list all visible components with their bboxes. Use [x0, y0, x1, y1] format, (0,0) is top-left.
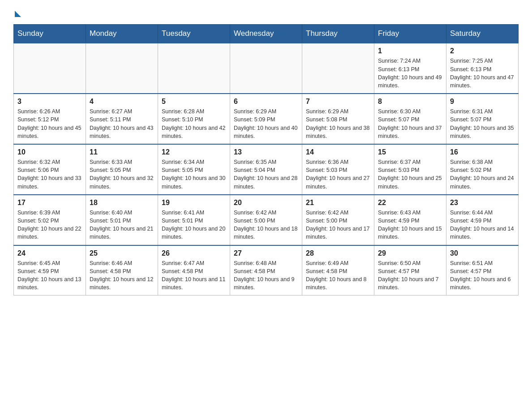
day-info: Sunrise: 6:32 AMSunset: 5:06 PMDaylight:… [17, 158, 82, 191]
calendar-cell: 27Sunrise: 6:48 AMSunset: 4:58 PMDayligh… [230, 245, 302, 295]
day-info: Sunrise: 6:38 AMSunset: 5:02 PMDaylight:… [450, 158, 515, 191]
weekday-header-sunday: Sunday [14, 25, 86, 43]
day-info: Sunrise: 6:47 AMSunset: 4:58 PMDaylight:… [162, 259, 226, 292]
day-number: 22 [378, 198, 442, 208]
weekday-header-wednesday: Wednesday [230, 25, 302, 43]
calendar-cell [230, 43, 302, 94]
calendar-cell: 18Sunrise: 6:40 AMSunset: 5:01 PMDayligh… [86, 195, 158, 245]
day-number: 18 [90, 198, 154, 208]
day-number: 29 [378, 248, 442, 258]
weekday-header-saturday: Saturday [446, 25, 519, 43]
day-number: 23 [450, 198, 515, 208]
day-number: 3 [17, 97, 82, 107]
day-number: 4 [90, 97, 154, 107]
day-number: 2 [450, 46, 515, 56]
day-info: Sunrise: 6:28 AMSunset: 5:10 PMDaylight:… [162, 107, 226, 140]
calendar-cell [302, 43, 374, 94]
day-number: 26 [162, 248, 226, 258]
day-number: 1 [378, 46, 442, 56]
calendar-cell: 24Sunrise: 6:45 AMSunset: 4:59 PMDayligh… [14, 245, 86, 295]
day-number: 5 [162, 97, 226, 107]
calendar-cell: 26Sunrise: 6:47 AMSunset: 4:58 PMDayligh… [158, 245, 230, 295]
day-info: Sunrise: 6:36 AMSunset: 5:03 PMDaylight:… [306, 158, 370, 191]
day-number: 17 [17, 198, 82, 208]
day-info: Sunrise: 6:31 AMSunset: 5:07 PMDaylight:… [450, 107, 515, 140]
calendar-cell: 10Sunrise: 6:32 AMSunset: 5:06 PMDayligh… [14, 144, 86, 195]
calendar-cell: 30Sunrise: 6:51 AMSunset: 4:57 PMDayligh… [446, 245, 519, 295]
day-number: 9 [450, 97, 515, 107]
day-number: 8 [378, 97, 442, 107]
day-info: Sunrise: 6:42 AMSunset: 5:00 PMDaylight:… [234, 209, 298, 241]
day-number: 11 [90, 147, 154, 157]
weekday-header-thursday: Thursday [302, 25, 374, 43]
day-info: Sunrise: 6:35 AMSunset: 5:04 PMDaylight:… [234, 158, 298, 191]
day-info: Sunrise: 6:46 AMSunset: 4:58 PMDaylight:… [90, 259, 154, 292]
day-info: Sunrise: 7:24 AMSunset: 6:13 PMDaylight:… [378, 57, 442, 90]
calendar-cell: 5Sunrise: 6:28 AMSunset: 5:10 PMDaylight… [158, 94, 230, 144]
week-row-3: 10Sunrise: 6:32 AMSunset: 5:06 PMDayligh… [14, 144, 519, 195]
week-row-4: 17Sunrise: 6:39 AMSunset: 5:02 PMDayligh… [14, 195, 519, 245]
day-info: Sunrise: 6:45 AMSunset: 4:59 PMDaylight:… [17, 259, 82, 292]
calendar-cell [86, 43, 158, 94]
day-info: Sunrise: 6:51 AMSunset: 4:57 PMDaylight:… [450, 259, 515, 292]
day-info: Sunrise: 6:40 AMSunset: 5:01 PMDaylight:… [90, 209, 154, 241]
day-number: 6 [234, 97, 298, 107]
calendar-cell: 16Sunrise: 6:38 AMSunset: 5:02 PMDayligh… [446, 144, 519, 195]
calendar-cell: 11Sunrise: 6:33 AMSunset: 5:05 PMDayligh… [86, 144, 158, 195]
day-info: Sunrise: 6:29 AMSunset: 5:09 PMDaylight:… [234, 107, 298, 140]
calendar-cell: 2Sunrise: 7:25 AMSunset: 6:13 PMDaylight… [446, 43, 519, 94]
day-number: 7 [306, 97, 370, 107]
calendar-cell: 25Sunrise: 6:46 AMSunset: 4:58 PMDayligh… [86, 245, 158, 295]
day-info: Sunrise: 6:30 AMSunset: 5:07 PMDaylight:… [378, 107, 442, 140]
day-info: Sunrise: 6:44 AMSunset: 4:59 PMDaylight:… [450, 209, 515, 241]
weekday-header-friday: Friday [374, 25, 446, 43]
day-number: 30 [450, 248, 515, 258]
day-info: Sunrise: 6:43 AMSunset: 4:59 PMDaylight:… [378, 209, 442, 241]
calendar-cell: 21Sunrise: 6:42 AMSunset: 5:00 PMDayligh… [302, 195, 374, 245]
calendar-cell: 20Sunrise: 6:42 AMSunset: 5:00 PMDayligh… [230, 195, 302, 245]
day-number: 25 [90, 248, 154, 258]
day-info: Sunrise: 7:25 AMSunset: 6:13 PMDaylight:… [450, 57, 515, 90]
calendar-cell: 7Sunrise: 6:29 AMSunset: 5:08 PMDaylight… [302, 94, 374, 144]
weekday-header-monday: Monday [86, 25, 158, 43]
day-info: Sunrise: 6:41 AMSunset: 5:01 PMDaylight:… [162, 209, 226, 241]
calendar-cell: 4Sunrise: 6:27 AMSunset: 5:11 PMDaylight… [86, 94, 158, 144]
day-info: Sunrise: 6:39 AMSunset: 5:02 PMDaylight:… [17, 209, 82, 241]
calendar-table: SundayMondayTuesdayWednesdayThursdayFrid… [13, 24, 519, 295]
weekday-header-row: SundayMondayTuesdayWednesdayThursdayFrid… [14, 25, 519, 43]
day-info: Sunrise: 6:29 AMSunset: 5:08 PMDaylight:… [306, 107, 370, 140]
day-info: Sunrise: 6:26 AMSunset: 5:12 PMDaylight:… [17, 107, 82, 140]
calendar-cell: 9Sunrise: 6:31 AMSunset: 5:07 PMDaylight… [446, 94, 519, 144]
page-header [13, 9, 519, 15]
day-number: 20 [234, 198, 298, 208]
day-number: 13 [234, 147, 298, 157]
day-info: Sunrise: 6:34 AMSunset: 5:05 PMDaylight:… [162, 158, 226, 191]
day-number: 27 [234, 248, 298, 258]
calendar-cell: 3Sunrise: 6:26 AMSunset: 5:12 PMDaylight… [14, 94, 86, 144]
calendar-cell: 28Sunrise: 6:49 AMSunset: 4:58 PMDayligh… [302, 245, 374, 295]
week-row-1: 1Sunrise: 7:24 AMSunset: 6:13 PMDaylight… [14, 43, 519, 94]
week-row-5: 24Sunrise: 6:45 AMSunset: 4:59 PMDayligh… [14, 245, 519, 295]
day-number: 16 [450, 147, 515, 157]
calendar-cell [14, 43, 86, 94]
calendar-cell [158, 43, 230, 94]
calendar-cell: 15Sunrise: 6:37 AMSunset: 5:03 PMDayligh… [374, 144, 446, 195]
day-number: 24 [17, 248, 82, 258]
calendar-cell: 29Sunrise: 6:50 AMSunset: 4:57 PMDayligh… [374, 245, 446, 295]
day-number: 12 [162, 147, 226, 157]
day-number: 21 [306, 198, 370, 208]
calendar-cell: 23Sunrise: 6:44 AMSunset: 4:59 PMDayligh… [446, 195, 519, 245]
calendar-cell: 1Sunrise: 7:24 AMSunset: 6:13 PMDaylight… [374, 43, 446, 94]
day-info: Sunrise: 6:42 AMSunset: 5:00 PMDaylight:… [306, 209, 370, 241]
day-info: Sunrise: 6:27 AMSunset: 5:11 PMDaylight:… [90, 107, 154, 140]
calendar-cell: 14Sunrise: 6:36 AMSunset: 5:03 PMDayligh… [302, 144, 374, 195]
calendar-cell: 8Sunrise: 6:30 AMSunset: 5:07 PMDaylight… [374, 94, 446, 144]
day-number: 14 [306, 147, 370, 157]
calendar-cell: 12Sunrise: 6:34 AMSunset: 5:05 PMDayligh… [158, 144, 230, 195]
day-info: Sunrise: 6:49 AMSunset: 4:58 PMDaylight:… [306, 259, 370, 292]
day-number: 15 [378, 147, 442, 157]
calendar-cell: 22Sunrise: 6:43 AMSunset: 4:59 PMDayligh… [374, 195, 446, 245]
week-row-2: 3Sunrise: 6:26 AMSunset: 5:12 PMDaylight… [14, 94, 519, 144]
day-info: Sunrise: 6:50 AMSunset: 4:57 PMDaylight:… [378, 259, 442, 292]
calendar-cell: 13Sunrise: 6:35 AMSunset: 5:04 PMDayligh… [230, 144, 302, 195]
